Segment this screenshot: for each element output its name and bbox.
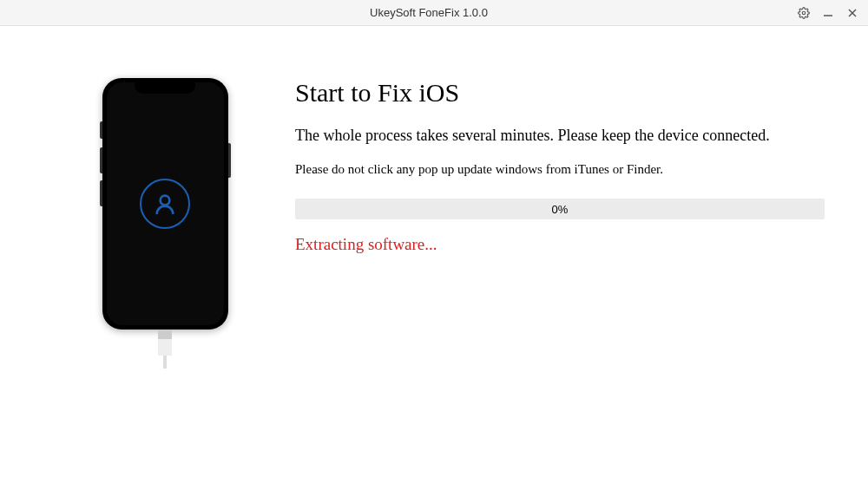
svg-point-0 <box>802 11 806 15</box>
status-text: Extracting software... <box>295 235 825 254</box>
settings-icon[interactable] <box>797 6 811 20</box>
window-title: UkeySoft FoneFix 1.0.0 <box>61 6 797 19</box>
svg-point-4 <box>161 196 170 206</box>
close-icon[interactable] <box>845 6 859 20</box>
content-area: Start to Fix iOS The whole process takes… <box>286 78 825 461</box>
cable-icon <box>158 330 172 356</box>
device-illustration <box>43 78 286 461</box>
titlebar: UkeySoft FoneFix 1.0.0 <box>0 0 868 26</box>
warning-text: Please do not click any pop up update wi… <box>295 162 825 177</box>
user-profile-icon <box>140 179 190 229</box>
progress-bar: 0% <box>295 199 825 219</box>
minimize-icon[interactable] <box>821 6 835 20</box>
progress-percent-label: 0% <box>552 203 569 216</box>
page-heading: Start to Fix iOS <box>295 78 825 108</box>
main-content: Start to Fix iOS The whole process takes… <box>0 26 868 496</box>
phone-icon <box>102 78 228 330</box>
instruction-text: The whole process takes several minutes.… <box>295 127 825 145</box>
window-controls <box>797 6 859 20</box>
